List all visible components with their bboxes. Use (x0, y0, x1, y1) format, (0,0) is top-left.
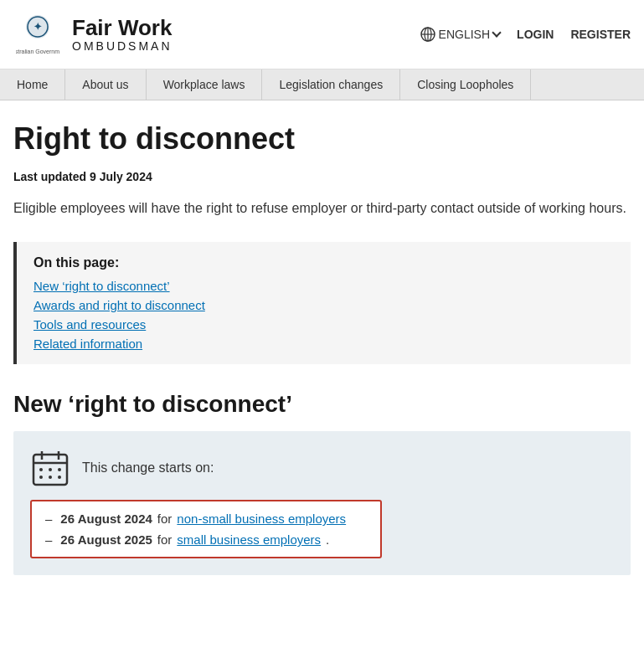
globe-icon (420, 27, 435, 42)
on-this-page-link-4[interactable]: Related information (33, 337, 614, 351)
date-2-suffix: . (326, 532, 329, 547)
date-row-1: – 26 August 2024 for non-small business … (45, 512, 367, 526)
intro-text: Eligible employees will have the right t… (13, 198, 631, 219)
nav-home[interactable]: Home (0, 69, 65, 100)
on-this-page-link-1[interactable]: New ‘right to disconnect’ (33, 279, 614, 293)
nav-bar: Home About us Workplace laws Legislation… (0, 69, 644, 100)
language-selector[interactable]: ENGLISH (420, 27, 500, 42)
dash-2: – (45, 532, 52, 547)
info-box: This change starts on: – 26 August 2024 … (13, 431, 631, 575)
date-1-bold: 26 August 2024 (60, 512, 152, 526)
section-title: New ‘right to disconnect’ (13, 391, 631, 418)
non-small-business-link[interactable]: non-small business employers (177, 512, 346, 526)
date-row-2: – 26 August 2025 for small business empl… (45, 532, 367, 547)
svg-text:Australian Government: Australian Government (16, 49, 59, 54)
register-link[interactable]: REGISTER (570, 28, 631, 41)
svg-text:✦: ✦ (33, 21, 42, 33)
nav-workplace-laws[interactable]: Workplace laws (147, 69, 263, 100)
svg-point-17 (58, 476, 61, 479)
on-this-page-link-3[interactable]: Tools and resources (33, 317, 614, 332)
svg-point-14 (58, 468, 61, 471)
info-box-header-text: This change starts on: (82, 460, 214, 476)
logo-ombudsman: OMBUDSMAN (72, 39, 173, 53)
nav-closing-loopholes[interactable]: Closing Loopholes (400, 69, 531, 100)
crest-icon: ✦ Australian Government (16, 10, 59, 59)
on-this-page-link-2[interactable]: Awards and right to disconnect (33, 298, 614, 312)
on-this-page-box: On this page: New ‘right to disconnect’ … (13, 242, 631, 364)
logo-crest: ✦ Australian Government (13, 10, 62, 59)
info-box-header: This change starts on: (30, 448, 614, 488)
chevron-down-icon (492, 28, 501, 37)
header-left: ✦ Australian Government Fair Work OMBUDS… (13, 10, 173, 59)
login-link[interactable]: LOGIN (517, 28, 554, 41)
svg-point-13 (49, 468, 52, 471)
on-this-page-title: On this page: (33, 255, 614, 270)
dash-1: – (45, 512, 52, 526)
language-label: ENGLISH (439, 28, 490, 41)
small-business-link[interactable]: small business employers (177, 532, 321, 547)
nav-about-us[interactable]: About us (65, 69, 146, 100)
svg-point-16 (49, 476, 52, 479)
main-content: Right to disconnect Last updated 9 July … (0, 100, 644, 589)
date-2-for: for (157, 532, 173, 547)
date-1-for: for (157, 512, 173, 526)
header: ✦ Australian Government Fair Work OMBUDS… (0, 0, 644, 69)
page-title: Right to disconnect (13, 121, 631, 157)
svg-point-12 (39, 468, 43, 471)
logo-text: Fair Work OMBUDSMAN (72, 16, 173, 54)
date-box: – 26 August 2024 for non-small business … (30, 500, 382, 558)
svg-point-15 (39, 476, 43, 479)
nav-legislation-changes[interactable]: Legislation changes (262, 69, 400, 100)
date-2-bold: 26 August 2025 (60, 532, 152, 547)
calendar-icon (30, 448, 70, 488)
last-updated: Last updated 9 July 2024 (13, 170, 631, 183)
header-right: ENGLISH LOGIN REGISTER (420, 27, 631, 42)
logo-fair-work: Fair Work (72, 16, 173, 40)
